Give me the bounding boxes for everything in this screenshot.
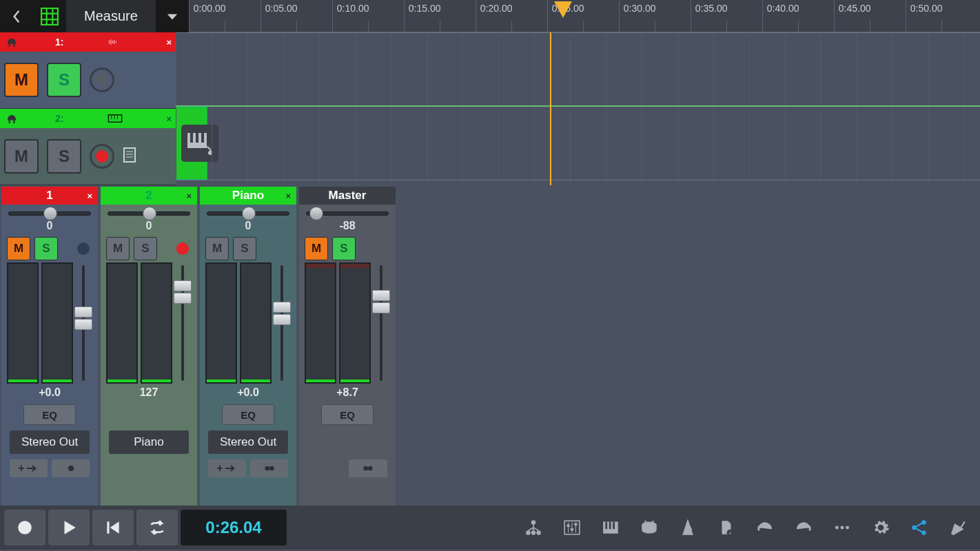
fader-value: 127: [101, 384, 197, 402]
drum-tool[interactable]: [631, 519, 667, 537]
mixer-tool[interactable]: [554, 519, 590, 537]
solo-button[interactable]: S: [34, 237, 58, 260]
track-1-record-arm[interactable]: [90, 67, 114, 92]
pan-control[interactable]: 0: [1, 205, 98, 235]
link-button[interactable]: [349, 459, 387, 477]
solo-button[interactable]: S: [332, 237, 356, 260]
gear-icon: [872, 519, 890, 537]
tree-tool[interactable]: [515, 519, 551, 537]
strip-header[interactable]: 2×: [101, 187, 197, 205]
timeline-mode-dropdown[interactable]: [156, 0, 189, 32]
eq-button[interactable]: EQ: [321, 404, 374, 425]
track-2-mute-button[interactable]: M: [4, 139, 39, 174]
more-icon: [833, 519, 851, 537]
strip-header[interactable]: Piano×: [200, 187, 296, 205]
output-button[interactable]: Stereo Out: [208, 430, 288, 454]
track-2-header[interactable]: 2: ×: [0, 109, 176, 128]
share-tool[interactable]: [901, 519, 937, 537]
strip-header[interactable]: Master: [299, 187, 396, 205]
record-indicator[interactable]: [176, 242, 189, 255]
fader[interactable]: [1, 262, 98, 384]
close-icon[interactable]: ×: [87, 191, 92, 201]
metronome-tool[interactable]: [670, 519, 706, 537]
track-1-header[interactable]: 1: ×: [0, 32, 176, 52]
top-bar: Measure 0:00.000:05.000:10.000:15.000:20…: [0, 0, 980, 32]
record-button[interactable]: [4, 510, 45, 545]
solo-button[interactable]: S: [134, 237, 157, 260]
circle-icon: [65, 464, 77, 472]
fader[interactable]: [200, 262, 296, 384]
track-1[interactable]: 1: × M S: [0, 32, 176, 109]
headphones-icon: [6, 113, 18, 125]
transport-bar: 0:26.04 +: [0, 506, 980, 550]
close-icon[interactable]: ×: [285, 191, 291, 201]
close-icon[interactable]: ×: [186, 191, 192, 201]
fader[interactable]: [299, 262, 396, 384]
close-icon[interactable]: ×: [166, 37, 172, 48]
back-button[interactable]: [0, 0, 33, 32]
output-button[interactable]: Stereo Out: [10, 430, 90, 454]
undo-tool[interactable]: [747, 519, 783, 537]
eq-button[interactable]: EQ: [23, 404, 76, 425]
file-tool[interactable]: +: [708, 519, 744, 537]
midi-clip-button[interactable]: [181, 125, 218, 162]
fader[interactable]: [101, 262, 197, 384]
close-icon[interactable]: ×: [166, 114, 172, 124]
svg-text:+: +: [728, 530, 732, 537]
mute-button[interactable]: M: [7, 237, 30, 260]
settings-tool[interactable]: [863, 519, 899, 537]
track-1-solo-button[interactable]: S: [47, 63, 81, 97]
svg-point-31: [368, 466, 373, 471]
mute-button[interactable]: M: [106, 237, 130, 260]
piano-note-icon: [186, 132, 214, 155]
svg-point-30: [363, 466, 368, 471]
loop-button[interactable]: [136, 510, 178, 545]
grid-button[interactable]: [33, 0, 66, 32]
mute-button[interactable]: M: [205, 237, 229, 260]
mixer-strip-1: 1×0MS+0.0EQStereo Out+: [1, 187, 98, 506]
track-2[interactable]: 2: × M S: [0, 109, 176, 185]
waveform-icon: [107, 37, 123, 47]
arrange-area[interactable]: [176, 32, 980, 185]
send-icon: [225, 464, 238, 472]
strip-header[interactable]: 1×: [1, 187, 98, 205]
level-meter: [305, 262, 336, 384]
piano-tool[interactable]: [593, 519, 629, 537]
link-button[interactable]: [250, 459, 288, 477]
redo-tool[interactable]: [786, 519, 821, 537]
automation-button[interactable]: [52, 459, 90, 477]
time-display[interactable]: 0:26.04: [181, 510, 287, 545]
pan-control[interactable]: 0: [101, 205, 197, 235]
svg-line-68: [916, 528, 922, 532]
insert-add-button[interactable]: +: [208, 459, 246, 477]
solo-button[interactable]: S: [233, 237, 256, 260]
playhead-line[interactable]: [550, 32, 551, 185]
pan-control[interactable]: 0: [200, 205, 296, 235]
mute-button[interactable]: M: [305, 237, 328, 260]
more-tool[interactable]: [824, 519, 860, 537]
output-button[interactable]: Piano: [109, 430, 189, 454]
track-1-mute-button[interactable]: M: [4, 63, 39, 97]
pan-control[interactable]: -88: [299, 205, 396, 235]
time-ruler[interactable]: 0:00.000:05.000:10.000:15.000:20.000:25.…: [189, 0, 980, 32]
track-2-solo-button[interactable]: S: [47, 139, 81, 174]
track-2-notes-button[interactable]: [123, 147, 136, 166]
timeline-mode[interactable]: Measure: [66, 0, 156, 32]
mixer-strip-4: Master-88MS+8.7EQ: [299, 187, 396, 506]
svg-point-65: [921, 520, 926, 525]
svg-rect-48: [571, 528, 573, 530]
rewind-button[interactable]: [92, 510, 134, 545]
svg-rect-23: [190, 133, 193, 143]
play-button[interactable]: [48, 510, 90, 545]
track-2-record-arm[interactable]: [90, 144, 114, 169]
strip-label: Piano: [232, 189, 264, 202]
eq-button[interactable]: EQ: [222, 404, 274, 425]
insert-add-button[interactable]: +: [10, 459, 48, 477]
svg-point-28: [265, 466, 269, 471]
pen-tool[interactable]: [940, 519, 976, 537]
pan-value: 0: [245, 220, 252, 232]
svg-point-37: [526, 530, 531, 535]
record-indicator[interactable]: [77, 242, 90, 255]
strip-label: Master: [329, 189, 367, 202]
time-value: 0:26.04: [205, 518, 261, 537]
